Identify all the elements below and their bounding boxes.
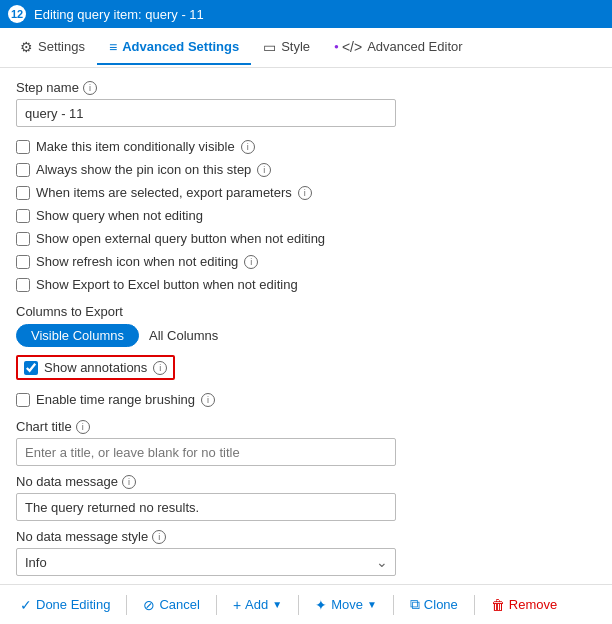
no-data-message-input[interactable] [16, 493, 396, 521]
checkbox-conditionally-visible-input[interactable] [16, 140, 30, 154]
no-data-message-style-info-icon[interactable]: i [152, 530, 166, 544]
checkbox-show-annotations-input[interactable] [24, 361, 38, 375]
checkbox-conditionally-visible-info[interactable]: i [241, 140, 255, 154]
step-name-input[interactable] [16, 99, 396, 127]
checkbox-show-refresh-icon-label: Show refresh icon when not editing [36, 254, 238, 269]
checkbox-enable-time-brushing-label: Enable time range brushing [36, 392, 195, 407]
cancel-label: Cancel [159, 597, 199, 612]
tab-style-label: Style [281, 39, 310, 54]
move-button[interactable]: ✦ Move ▼ [307, 593, 385, 617]
visible-columns-btn[interactable]: Visible Columns [16, 324, 139, 347]
checkbox-show-annotations: Show annotations i [16, 355, 175, 380]
no-data-message-info-icon[interactable]: i [122, 475, 136, 489]
done-editing-icon: ✓ [20, 597, 32, 613]
checkbox-export-parameters-label: When items are selected, export paramete… [36, 185, 292, 200]
checkbox-show-refresh-icon: Show refresh icon when not editing i [16, 250, 596, 273]
tab-advanced-editor-label: Advanced Editor [367, 39, 462, 54]
title-text: Editing query item: query - 11 [34, 7, 204, 22]
move-label: Move [331, 597, 363, 612]
chart-title-label-row: Chart title i [16, 419, 596, 434]
tab-advanced-editor[interactable]: ● </> Advanced Editor [322, 31, 475, 65]
checkbox-enable-time-brushing: Enable time range brushing i [16, 388, 596, 411]
move-icon: ✦ [315, 597, 327, 613]
no-data-message-style-select[interactable]: Info Warning Error Success [16, 548, 396, 576]
title-bar: 12 Editing query item: query - 11 [0, 0, 612, 28]
advanced-editor-dot: ● [334, 42, 339, 51]
style-icon: ▭ [263, 39, 276, 55]
columns-to-export-label: Columns to Export [16, 304, 596, 319]
cancel-button[interactable]: ⊘ Cancel [135, 593, 207, 617]
checkbox-enable-time-brushing-input[interactable] [16, 393, 30, 407]
step-name-info-icon[interactable]: i [83, 81, 97, 95]
checkbox-show-pin-icon: Always show the pin icon on this step i [16, 158, 596, 181]
checkbox-export-parameters-info[interactable]: i [298, 186, 312, 200]
chart-title-label: Chart title [16, 419, 72, 434]
clone-button[interactable]: ⧉ Clone [402, 592, 466, 617]
add-icon: + [233, 597, 241, 613]
content-area: Step name i Make this item conditionally… [0, 68, 612, 584]
cancel-icon: ⊘ [143, 597, 155, 613]
separator-4 [393, 595, 394, 615]
done-editing-button[interactable]: ✓ Done Editing [12, 593, 118, 617]
add-label: Add [245, 597, 268, 612]
checkbox-export-parameters: When items are selected, export paramete… [16, 181, 596, 204]
advanced-editor-icon: </> [342, 39, 362, 55]
no-data-message-label: No data message [16, 474, 118, 489]
done-editing-label: Done Editing [36, 597, 110, 612]
clone-label: Clone [424, 597, 458, 612]
checkbox-show-export-excel-input[interactable] [16, 278, 30, 292]
step-name-label-row: Step name i [16, 80, 596, 95]
checkbox-show-query-not-editing-input[interactable] [16, 209, 30, 223]
columns-toggle-group: Visible Columns All Columns [16, 324, 596, 347]
checkbox-show-external-button: Show open external query button when not… [16, 227, 596, 250]
checkbox-show-external-button-input[interactable] [16, 232, 30, 246]
clone-icon: ⧉ [410, 596, 420, 613]
checkbox-show-export-excel: Show Export to Excel button when not edi… [16, 273, 596, 296]
checkbox-show-export-excel-label: Show Export to Excel button when not edi… [36, 277, 298, 292]
tab-settings-label: Settings [38, 39, 85, 54]
step-name-label: Step name [16, 80, 79, 95]
checkbox-export-parameters-input[interactable] [16, 186, 30, 200]
checkbox-enable-time-brushing-info[interactable]: i [201, 393, 215, 407]
checkbox-conditionally-visible: Make this item conditionally visible i [16, 135, 596, 158]
checkbox-show-query-not-editing-label: Show query when not editing [36, 208, 203, 223]
remove-label: Remove [509, 597, 557, 612]
checkbox-show-refresh-info[interactable]: i [244, 255, 258, 269]
remove-icon: 🗑 [491, 597, 505, 613]
separator-5 [474, 595, 475, 615]
no-data-message-style-wrapper: Info Warning Error Success ⌄ [16, 548, 396, 576]
tab-advanced-settings[interactable]: ≡ Advanced Settings [97, 31, 251, 65]
advanced-settings-icon: ≡ [109, 39, 117, 55]
all-columns-btn[interactable]: All Columns [139, 325, 228, 346]
checkbox-show-annotations-info[interactable]: i [153, 361, 167, 375]
checkbox-show-external-button-label: Show open external query button when not… [36, 231, 325, 246]
move-caret-icon: ▼ [367, 599, 377, 610]
checkbox-show-pin-info[interactable]: i [257, 163, 271, 177]
tab-settings[interactable]: ⚙ Settings [8, 31, 97, 65]
chart-title-info-icon[interactable]: i [76, 420, 90, 434]
no-data-message-label-row: No data message i [16, 474, 596, 489]
settings-icon: ⚙ [20, 39, 33, 55]
checkbox-show-pin-icon-label: Always show the pin icon on this step [36, 162, 251, 177]
add-caret-icon: ▼ [272, 599, 282, 610]
separator-3 [298, 595, 299, 615]
remove-button[interactable]: 🗑 Remove [483, 593, 565, 617]
title-badge: 12 [8, 5, 26, 23]
separator-2 [216, 595, 217, 615]
checkbox-conditionally-visible-label: Make this item conditionally visible [36, 139, 235, 154]
no-data-message-style-label-row: No data message style i [16, 529, 596, 544]
bottom-toolbar: ✓ Done Editing ⊘ Cancel + Add ▼ ✦ Move ▼… [0, 584, 612, 624]
add-button[interactable]: + Add ▼ [225, 593, 290, 617]
tab-bar: ⚙ Settings ≡ Advanced Settings ▭ Style ●… [0, 28, 612, 68]
chart-title-input[interactable] [16, 438, 396, 466]
tab-style[interactable]: ▭ Style [251, 31, 322, 65]
separator-1 [126, 595, 127, 615]
checkbox-show-refresh-icon-input[interactable] [16, 255, 30, 269]
checkbox-show-query-not-editing: Show query when not editing [16, 204, 596, 227]
no-data-message-style-label: No data message style [16, 529, 148, 544]
checkbox-show-annotations-label: Show annotations [44, 360, 147, 375]
checkbox-show-pin-icon-input[interactable] [16, 163, 30, 177]
tab-advanced-settings-label: Advanced Settings [122, 39, 239, 54]
